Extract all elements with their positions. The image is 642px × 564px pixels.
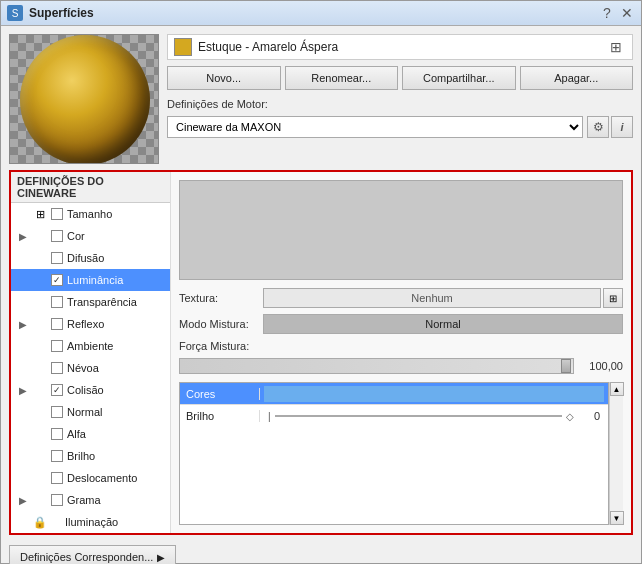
sidebar-item-alfa[interactable]: Alfa [11, 423, 170, 445]
cor-label: Cor [67, 230, 164, 242]
colisao-arrow: ▶ [19, 385, 29, 396]
window-icon: S [7, 5, 23, 21]
left-panel-header: DEFINIÇÕES DO CINEWARE [11, 172, 170, 203]
normal-checkbox[interactable] [51, 406, 63, 418]
table-row-cores[interactable]: Cores [180, 383, 608, 405]
brilho-slider-icon: | [264, 411, 271, 422]
close-button[interactable]: ✕ [619, 5, 635, 21]
deslocamento-checkbox[interactable] [51, 472, 63, 484]
table-row-brilho[interactable]: Brilho | ◇ 0 [180, 405, 608, 427]
alfa-label: Alfa [67, 428, 164, 440]
compartilhar-button[interactable]: Compartilhar... [402, 66, 516, 90]
apagar-button[interactable]: Apagar... [520, 66, 634, 90]
material-options-button[interactable]: ⊞ [606, 37, 626, 57]
engine-label: Definições de Motor: [167, 98, 633, 110]
brilho-checkbox[interactable] [51, 450, 63, 462]
nevoa-checkbox[interactable] [51, 362, 63, 374]
sidebar-item-cor[interactable]: ▶ Cor [11, 225, 170, 247]
textura-row: Textura: ⊞ [179, 288, 623, 308]
sidebar-item-reflexo[interactable]: ▶ Reflexo [11, 313, 170, 335]
engine-info-button[interactable]: i [611, 116, 633, 138]
sidebar-item-nevoa[interactable]: Névoa [11, 357, 170, 379]
novo-button[interactable]: Novo... [167, 66, 281, 90]
sidebar-item-grama[interactable]: ▶ Grama [11, 489, 170, 511]
bottom-section: Definições Corresponden... ▶ [9, 541, 633, 564]
colisao-checkbox[interactable]: ✓ [51, 384, 63, 396]
action-buttons-row: Novo... Renomear... Compartilhar... Apag… [167, 66, 633, 90]
sidebar-item-tamanho[interactable]: ⊞ Tamanho [11, 203, 170, 225]
material-header: Estuque - Amarelo Áspera ⊞ [167, 34, 633, 60]
cor-arrow: ▶ [19, 231, 29, 242]
modo-mistura-label: Modo Mistura: [179, 318, 259, 330]
title-bar: S Superfícies ? ✕ [1, 1, 641, 26]
definicoes-corresponden-button[interactable]: Definições Corresponden... ▶ [9, 545, 176, 564]
cores-row-content [260, 386, 608, 402]
luminancia-checkbox[interactable]: ✓ [51, 274, 63, 286]
sidebar-item-deslocamento[interactable]: Deslocamento [11, 467, 170, 489]
transparencia-label: Transparência [67, 296, 164, 308]
cores-row-input[interactable] [264, 386, 604, 402]
transparencia-checkbox[interactable] [51, 296, 63, 308]
sidebar-item-ambiente[interactable]: Ambiente [11, 335, 170, 357]
forca-mistura-label: Força Mistura: [179, 340, 259, 352]
alfa-checkbox[interactable] [51, 428, 63, 440]
slider-track[interactable] [179, 358, 574, 374]
texture-preview [179, 180, 623, 280]
material-name: Estuque - Amarelo Áspera [198, 40, 600, 54]
grama-label: Grama [67, 494, 164, 506]
help-button[interactable]: ? [599, 5, 615, 21]
cores-row-label: Cores [180, 388, 260, 400]
bottom-btn-label: Definições Corresponden... [20, 551, 153, 563]
slider-fill [180, 359, 565, 373]
window-body: Estuque - Amarelo Áspera ⊞ Novo... Renom… [1, 26, 641, 564]
sidebar-item-iluminacao[interactable]: 🔒 Iluminação [11, 511, 170, 533]
forca-mistura-row: Força Mistura: [179, 340, 623, 352]
scroll-up-button[interactable]: ▲ [610, 382, 624, 396]
grama-checkbox[interactable] [51, 494, 63, 506]
ambiente-label: Ambiente [67, 340, 164, 352]
renomear-button[interactable]: Renomear... [285, 66, 399, 90]
cor-checkbox[interactable] [51, 230, 63, 242]
top-section: Estuque - Amarelo Áspera ⊞ Novo... Renom… [9, 34, 633, 164]
material-preview [9, 34, 159, 164]
main-window: S Superfícies ? ✕ Estuque - Amarelo Áspe… [0, 0, 642, 564]
data-table-container: Cores Brilho | [179, 382, 623, 525]
engine-settings-button[interactable]: ⚙ [587, 116, 609, 138]
sidebar-item-brilho[interactable]: Brilho [11, 445, 170, 467]
iluminacao-lock-icon: 🔒 [33, 515, 47, 529]
right-scrollbar: ▲ ▼ [609, 382, 623, 525]
difusao-label: Difusão [67, 252, 164, 264]
textura-browse-button[interactable]: ⊞ [603, 288, 623, 308]
brilho-arrow-icon: ◇ [566, 411, 574, 422]
window-title: Superfícies [29, 6, 599, 20]
brilho-row-content: | ◇ 0 [260, 410, 608, 422]
engine-icons: ⚙ i [587, 116, 633, 138]
panel-header-text: DEFINIÇÕES DO CINEWARE [17, 175, 164, 199]
reflexo-label: Reflexo [67, 318, 164, 330]
difusao-checkbox[interactable] [51, 252, 63, 264]
brilho-row-value: 0 [574, 410, 604, 422]
modo-mistura-input[interactable] [263, 314, 623, 334]
iluminacao-label: Iluminação [65, 516, 164, 528]
tamanho-checkbox[interactable] [51, 208, 63, 220]
brilho-row-label: Brilho [180, 410, 260, 422]
textura-input[interactable] [263, 288, 601, 308]
sidebar-item-transparencia[interactable]: Transparência [11, 291, 170, 313]
data-table: Cores Brilho | [179, 382, 609, 525]
modo-mistura-row: Modo Mistura: [179, 314, 623, 334]
sidebar-item-colisao[interactable]: ▶ ✓ Colisão [11, 379, 170, 401]
scroll-down-button[interactable]: ▼ [610, 511, 624, 525]
right-panel: Textura: ⊞ Modo Mistura: Força Mistura: [171, 172, 631, 533]
title-bar-buttons: ? ✕ [599, 5, 635, 21]
grama-arrow: ▶ [19, 495, 29, 506]
slider-thumb[interactable] [561, 359, 571, 373]
sidebar-item-difusao[interactable]: Difusão [11, 247, 170, 269]
reflexo-arrow: ▶ [19, 319, 29, 330]
ambiente-checkbox[interactable] [51, 340, 63, 352]
sidebar-item-luminancia[interactable]: ✓ Luminância [11, 269, 170, 291]
textura-label: Textura: [179, 292, 259, 304]
controls-section: Estuque - Amarelo Áspera ⊞ Novo... Renom… [167, 34, 633, 138]
reflexo-checkbox[interactable] [51, 318, 63, 330]
engine-select[interactable]: Cineware da MAXON [167, 116, 583, 138]
sidebar-item-normal[interactable]: Normal [11, 401, 170, 423]
